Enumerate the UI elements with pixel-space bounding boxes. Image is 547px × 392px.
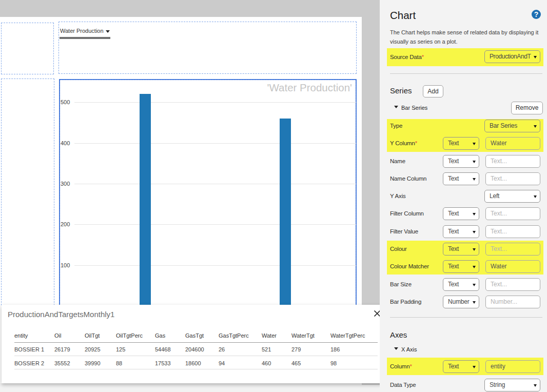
svg-text:?: ?	[534, 10, 538, 18]
